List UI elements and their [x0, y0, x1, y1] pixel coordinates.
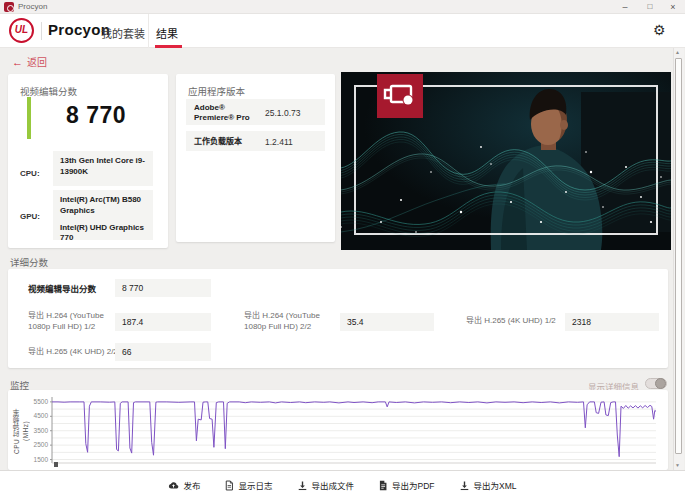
export-file-label: 导出成文件 — [312, 479, 355, 491]
show-log-button[interactable]: 显示日志 — [224, 479, 272, 491]
svg-text:3500: 3500 — [34, 427, 49, 434]
back-button[interactable]: ←返回 — [12, 54, 47, 69]
maximize-icon[interactable]: □ — [643, 1, 657, 13]
video-camera-icon — [377, 74, 423, 118]
export-file-button[interactable]: 导出成文件 — [297, 479, 355, 491]
close-icon[interactable]: × — [666, 1, 680, 13]
svg-text:4500: 4500 — [34, 412, 49, 419]
export-pdf-label: 导出为PDF — [392, 479, 435, 491]
score-card-title: 视频编辑分数 — [20, 84, 77, 98]
publish-button[interactable]: 发布 — [168, 479, 200, 491]
workload-label: 工作负载版本 — [194, 137, 242, 147]
cpu-value: 13th Gen Intel Core i9-13900K — [53, 151, 153, 186]
scrollbar-thumb[interactable] — [675, 58, 682, 454]
detail-label: 导出 H.264 (YouTube 1080p Full HD) 2/2 — [244, 311, 332, 333]
show-log-label: 显示日志 — [238, 479, 272, 491]
app-icon — [4, 2, 14, 12]
svg-text:1500: 1500 — [34, 456, 49, 463]
ul-logo: UL — [9, 18, 34, 43]
export-xml-button[interactable]: 导出为XML — [459, 479, 517, 491]
app-version-row: Adobe® Premiere® Pro 25.1.0.73 — [186, 99, 325, 125]
divider — [41, 22, 42, 40]
scroll-down-icon[interactable]: ▼ — [675, 462, 680, 468]
pdf-icon — [378, 480, 388, 491]
app-version-card: 应用程序版本 Adobe® Premiere® Pro 25.1.0.73 工作… — [176, 74, 335, 242]
app-name: Adobe® Premiere® Pro — [194, 103, 260, 124]
score-card: 视频编辑分数 8 770 CPU: 13th Gen Intel Core i9… — [8, 74, 168, 248]
back-arrow-icon: ← — [12, 56, 23, 68]
active-tab-underline — [155, 45, 182, 48]
detail-value: 35.4 — [340, 313, 434, 331]
gear-icon[interactable]: ⚙ — [653, 22, 666, 38]
export-xml-label: 导出为XML — [474, 479, 517, 491]
footer-toolbar: 发布 显示日志 导出成文件 导出为PDF 导出为XML — [0, 470, 685, 499]
overall-score: 8 770 — [36, 102, 156, 129]
chart-y-axis-label: CPU 时钟频率 (MHz) — [12, 398, 22, 464]
log-icon — [224, 480, 234, 491]
score-accent-bar — [27, 97, 31, 139]
publish-label: 发布 — [183, 479, 200, 491]
gpu-value-2: Intel(R) UHD Graphics 770 — [60, 223, 146, 245]
detail-label: 导出 H.265 (4K UHD) 1/2 — [466, 316, 566, 327]
detail-value: 8 770 — [115, 279, 211, 297]
gpu-value-1: Intel(R) Arc(TM) B580 Graphics — [60, 195, 146, 217]
svg-text:2500: 2500 — [34, 441, 49, 448]
export-pdf-button[interactable]: 导出为PDF — [378, 479, 435, 491]
divider — [148, 14, 149, 48]
window-title: Procyon — [18, 2, 47, 11]
detail-value: 2318 — [565, 313, 659, 331]
cloud-upload-icon — [168, 480, 179, 491]
show-details-toggle[interactable] — [645, 378, 667, 389]
nav-item-my-suites[interactable]: 我的套装 — [101, 25, 145, 41]
download-icon — [297, 480, 308, 491]
workload-version-row: 工作负载版本 1.2.411 — [186, 131, 325, 151]
gpu-value: Intel(R) Arc(TM) B580 Graphics Intel(R) … — [53, 190, 153, 240]
app-version-value: 25.1.0.73 — [265, 108, 300, 119]
toggle-knob — [655, 378, 666, 389]
detail-value: 66 — [115, 343, 211, 361]
hero-image — [341, 72, 671, 250]
detail-label: 导出 H.264 (YouTube 1080p Full HD) 1/2 — [28, 311, 114, 333]
workload-version-value: 1.2.411 — [265, 137, 293, 148]
download-icon — [459, 480, 470, 491]
title-bar: Procyon – □ × — [0, 0, 685, 14]
nav-item-results[interactable]: 结果 — [156, 25, 178, 41]
scroll-up-icon[interactable]: ▲ — [675, 49, 680, 55]
app-version-title: 应用程序版本 — [188, 84, 245, 98]
cpu-label: CPU: — [20, 169, 40, 178]
app-window: Procyon – □ × UL Procyon 我的套装 结果 ⚙ ←返回 视… — [0, 0, 685, 499]
monitor-chart-card: CPU 时钟频率 (MHz) 15002500350045005500 — [8, 390, 668, 470]
detail-label: 视频编辑导出分数 — [28, 284, 118, 295]
minimize-icon[interactable]: – — [618, 1, 632, 13]
svg-text:5500: 5500 — [34, 398, 49, 405]
nav-bar: UL Procyon 我的套装 结果 ⚙ — [0, 14, 685, 48]
gpu-label: GPU: — [20, 212, 40, 221]
detail-value: 187.4 — [115, 313, 211, 331]
details-card: 视频编辑导出分数 8 770 导出 H.264 (YouTube 1080p F… — [8, 269, 668, 368]
cpu-frequency-chart: 15002500350045005500 — [22, 393, 662, 467]
details-section-title: 详细分数 — [10, 255, 48, 269]
